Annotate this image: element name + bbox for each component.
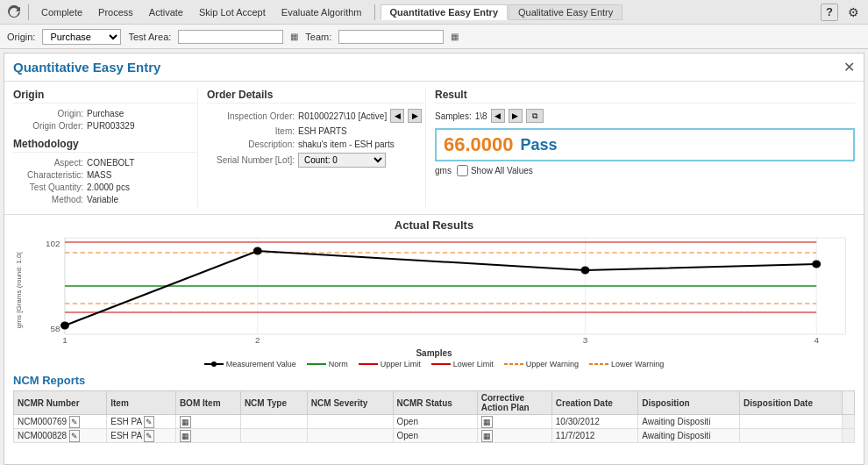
item-row: Item: ESH PARTS (207, 126, 425, 136)
item-icon2[interactable]: ✎ (144, 430, 154, 442)
chart-area: Actual Results gms [Grams (round: 1.0( 1… (4, 215, 864, 370)
test-qty-label: Test Quantity: (13, 182, 83, 192)
tab-qualitative[interactable]: Qualitative Easy Entry (509, 4, 623, 20)
ncmr-number-cell2: NCM000828 ✎ (14, 429, 107, 443)
legend-measurement: Measurement Value (204, 360, 296, 368)
evaluate-algorithm-button[interactable]: Evaluate Algorithm (274, 5, 369, 19)
skip-lot-accept-button[interactable]: Skip Lot Accept (192, 5, 273, 19)
ncmr-edit-icon2[interactable]: ✎ (69, 430, 80, 442)
legend-upper-warning-label: Upper Warning (526, 360, 579, 368)
bom-icon[interactable]: ▦ (180, 416, 191, 428)
tab-quantitative[interactable]: Quantitative Easy Entry (381, 4, 509, 20)
cap-icon2[interactable]: ▦ (481, 430, 493, 442)
next-sample-button[interactable]: ▶ (509, 109, 523, 123)
x-axis-label: Samples (13, 348, 855, 358)
legend-lower-warning: Lower Warning (589, 360, 664, 368)
team-icon[interactable]: ▦ (451, 32, 459, 41)
close-button[interactable]: ✕ (843, 59, 855, 75)
disposition-date-cell2 (740, 429, 843, 443)
characteristic-field: Characteristic: MASS (13, 170, 197, 180)
cap-icon[interactable]: ▦ (481, 416, 493, 428)
order-details-section: Order Details Inspection Order: R0100022… (197, 89, 425, 207)
svg-point-19 (813, 261, 821, 268)
settings-button[interactable]: ⚙ (843, 3, 863, 22)
cap-cell2: ▦ (477, 429, 551, 443)
method-value: Variable (87, 195, 118, 204)
item-icon[interactable]: ✎ (144, 416, 154, 428)
result-status: Pass (521, 136, 558, 154)
ncm-title: NCM Reports (13, 374, 855, 387)
origin-field-value: Purchase (87, 109, 124, 118)
origin-label: Origin: (7, 32, 35, 42)
ncmr-edit-icon[interactable]: ✎ (69, 416, 80, 428)
copy-sample-button[interactable]: ⧉ (526, 109, 544, 123)
test-qty-field: Test Quantity: 2.0000 pcs (13, 182, 197, 192)
bom-icon2[interactable]: ▦ (180, 430, 191, 442)
separator2 (374, 4, 375, 20)
test-area-icon[interactable]: ▦ (290, 32, 298, 41)
refresh-button[interactable] (5, 4, 23, 21)
activate-button[interactable]: Activate (142, 5, 190, 19)
description-row: Description: shaku's item - ESH parts (207, 140, 425, 149)
col-disposition: Disposition (638, 391, 740, 415)
methodology-title: Methodology (13, 138, 197, 153)
legend-upper-warning: Upper Warning (504, 360, 579, 368)
method-field: Method: Variable (13, 195, 197, 204)
table-row: NCM000769 ✎ ESH PA ✎ ▦ Open ▦ 10/30/2012 (14, 415, 855, 429)
origin-methodology-section: Origin Origin: Purchase Origin Order: PU… (13, 89, 197, 207)
ncmr-status-cell: Open (393, 415, 477, 429)
prev-inspection-button[interactable]: ◀ (390, 109, 404, 123)
legend-norm: Norm (307, 360, 348, 368)
origin-section-title: Origin (13, 89, 197, 104)
legend-upper-limit: Upper Limit (359, 360, 421, 368)
ncm-severity-cell2 (307, 429, 393, 443)
serial-select[interactable]: Count: 0 (298, 153, 386, 168)
origin-field-label: Origin: (13, 109, 83, 118)
svg-point-16 (60, 322, 68, 329)
characteristic-label: Characteristic: (13, 170, 83, 180)
show-all-values-label[interactable]: Show All Values (457, 165, 533, 176)
chart-title: Actual Results (13, 218, 855, 232)
methodology-section: Methodology Aspect: CONEBOLT Characteris… (13, 138, 197, 204)
item-value: ESH PARTS (298, 126, 347, 136)
origin-bar: Origin: Purchase Test Area: ▦ Team: ▦ (0, 25, 868, 49)
aspect-value: CONEBOLT (87, 158, 134, 168)
col-cap: CorrectiveAction Plan (477, 391, 551, 415)
ncmr-status-cell2: Open (393, 429, 477, 443)
col-ncmr-number: NCMR Number (14, 391, 107, 415)
ncm-severity-cell (307, 415, 393, 429)
disposition-date-cell (740, 415, 843, 429)
description-label: Description: (207, 140, 295, 149)
svg-text:102: 102 (46, 239, 60, 247)
show-all-values-text: Show All Values (471, 166, 533, 175)
col-ncm-severity: NCM Severity (307, 391, 393, 415)
next-inspection-button[interactable]: ▶ (408, 109, 422, 123)
result-footer: gms Show All Values (435, 165, 855, 176)
samples-label: Samples: (435, 111, 472, 121)
process-button[interactable]: Process (91, 5, 140, 19)
toolbar-right: ? ⚙ (821, 3, 863, 22)
origin-select[interactable]: Purchase (42, 29, 121, 45)
scroll-cell (843, 415, 855, 429)
separator (28, 4, 29, 20)
table-row: NCM000828 ✎ ESH PA ✎ ▦ Open ▦ 11/7/2012 (14, 429, 855, 443)
help-button[interactable]: ? (821, 4, 838, 21)
y-axis-label: gms [Grams (round: 1.0( (13, 252, 25, 328)
legend-lower-limit: Lower Limit (431, 360, 494, 368)
result-unit: gms (435, 166, 452, 175)
legend-norm-label: Norm (329, 360, 348, 368)
test-qty-value: 2.0000 pcs (87, 182, 130, 192)
aspect-label: Aspect: (13, 158, 83, 168)
team-input[interactable] (338, 30, 444, 44)
scroll-cell2 (843, 429, 855, 443)
legend-lower-limit-label: Lower Limit (453, 360, 494, 368)
col-bom-item: BOM Item (175, 391, 240, 415)
test-area-input[interactable] (178, 30, 283, 44)
legend-upper-limit-label: Upper Limit (381, 360, 421, 368)
svg-text:4: 4 (814, 335, 818, 344)
serial-row: Serial Number [Lot]: Count: 0 (207, 153, 425, 168)
prev-sample-button[interactable]: ◀ (491, 109, 505, 123)
complete-button[interactable]: Complete (34, 5, 89, 19)
show-all-values-checkbox[interactable] (457, 165, 468, 176)
order-field-label: Origin Order: (13, 121, 83, 131)
